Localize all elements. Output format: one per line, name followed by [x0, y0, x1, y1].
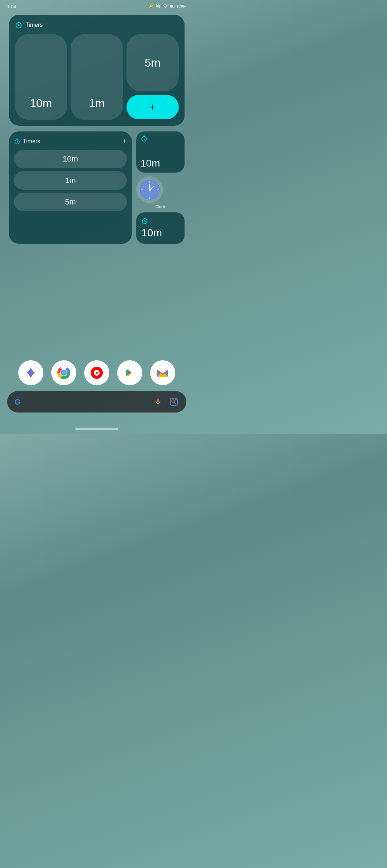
stopwatch-icon-small [14, 138, 20, 145]
app-play-store[interactable] [117, 360, 142, 385]
lens-button[interactable] [168, 396, 180, 408]
timer-row-5m-label: 5m [65, 197, 76, 207]
widget-large-timers[interactable]: Timers 10m 1m 5m + [9, 15, 185, 126]
play-store-icon [122, 365, 137, 380]
svg-rect-2 [174, 6, 175, 7]
timer-row-5m[interactable]: 5m [14, 193, 127, 211]
clock-app-icon[interactable] [136, 176, 163, 203]
widget-single-timer[interactable]: 10m [136, 212, 185, 244]
timer-row-1m-label: 1m [65, 176, 76, 185]
timer-10m-large[interactable]: 10m [15, 34, 67, 120]
widget-small-title: Timers [23, 138, 40, 145]
gmail-icon [155, 365, 170, 380]
stopwatch-icon-single [141, 217, 148, 225]
dock-area: G G [0, 360, 194, 413]
main-content: Timers 10m 1m 5m + [0, 11, 194, 253]
status-time: 1:04 [7, 4, 16, 9]
mic-icon [154, 398, 162, 406]
wifi-icon [163, 4, 168, 9]
svg-line-33 [174, 402, 176, 404]
single-timer-value: 10m [141, 227, 162, 239]
timer-5m-label: 5m [145, 56, 161, 69]
clock-label: Clock [156, 204, 166, 209]
search-right-icons [152, 396, 180, 408]
google-logo: G G [14, 397, 23, 406]
gemini-icon [24, 366, 38, 380]
mic-button[interactable] [152, 396, 164, 408]
widget-small-header: Timers + [14, 137, 127, 145]
timer-1m-label: 1m [89, 97, 105, 110]
timer-5m-large[interactable]: 5m [126, 34, 179, 91]
app-youtube-music[interactable] [84, 360, 109, 385]
clock-widget-wrap: Clock [136, 176, 185, 209]
widget-large-header: Timers [15, 21, 179, 29]
battery-icon [170, 4, 175, 9]
svg-text:G: G [14, 397, 20, 406]
timer-grid: 10m 1m 5m + [15, 34, 179, 120]
chrome-icon [56, 365, 71, 380]
svg-point-20 [62, 371, 66, 375]
widget-large-title: Timers [25, 22, 43, 28]
app-chrome[interactable] [51, 360, 76, 385]
status-bar: 1:04 🔑 63% [0, 0, 194, 11]
app-gmail[interactable] [150, 360, 175, 385]
svg-rect-1 [171, 5, 173, 7]
widget-mini-timer[interactable]: 10m [136, 131, 185, 173]
status-icons: 🔑 63% [148, 4, 186, 9]
timer-col-third: 5m + [126, 34, 179, 120]
stopwatch-icon-mini [140, 135, 148, 142]
add-timer-small-button[interactable]: + [123, 137, 127, 145]
youtube-music-icon [89, 365, 104, 380]
bottom-row: Timers + 10m 1m 5m [9, 131, 185, 244]
timer-row-10m[interactable]: 10m [14, 150, 127, 168]
app-gemini[interactable] [18, 360, 43, 385]
add-icon: + [150, 101, 156, 113]
timer-row-10m-label: 10m [63, 154, 78, 164]
timer-10m-label: 10m [30, 97, 52, 110]
vpn-icon: 🔑 [148, 4, 153, 9]
home-indicator [75, 428, 118, 430]
svg-point-34 [175, 399, 177, 400]
add-timer-button[interactable]: + [126, 95, 179, 119]
widget-small-header-left: Timers [14, 138, 40, 145]
right-col: 10m [136, 131, 185, 244]
stopwatch-icon-large [15, 21, 23, 29]
mute-icon [156, 4, 161, 9]
svg-point-14 [149, 189, 150, 191]
battery-percent: 63% [177, 4, 186, 9]
search-bar[interactable]: G G [7, 391, 186, 413]
clock-face-svg [139, 179, 161, 201]
timer-row-1m[interactable]: 1m [14, 171, 127, 190]
widget-small-timers[interactable]: Timers + 10m 1m 5m [9, 131, 132, 244]
timer-1m-large[interactable]: 1m [71, 34, 123, 120]
app-row [7, 360, 186, 385]
mini-timer-value: 10m [140, 158, 160, 169]
lens-icon [169, 397, 178, 406]
